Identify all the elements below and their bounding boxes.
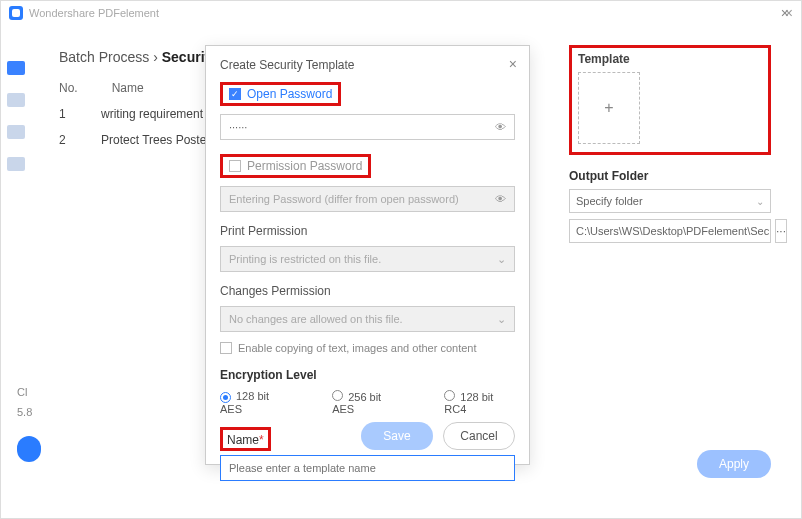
app-logo [9, 6, 23, 20]
breadcrumb-sep: › [153, 49, 158, 65]
app-title: Wondershare PDFelement [29, 7, 159, 19]
name-label: Name* [227, 433, 264, 447]
changes-permission-select: No changes are allowed on this file. ⌄ [220, 306, 515, 332]
changes-permission-label: Changes Permission [220, 284, 515, 298]
permission-password-checkbox[interactable] [229, 160, 241, 172]
print-permission-label: Print Permission [220, 224, 515, 238]
add-template-button[interactable]: + [578, 72, 640, 144]
breadcrumb-root[interactable]: Batch Process [59, 49, 149, 65]
permission-password-input: Entering Password (differ from open pass… [220, 186, 515, 212]
left-rail [1, 35, 31, 171]
radio-icon [332, 390, 343, 401]
template-title: Template [578, 52, 762, 66]
permission-password-highlight: Permission Password [220, 154, 371, 178]
radio-icon [220, 392, 231, 403]
output-folder-value: Specify folder [576, 195, 643, 207]
breadcrumb: Batch Process › Security [59, 49, 217, 65]
save-button[interactable]: Save [361, 422, 433, 450]
rail-item-3[interactable] [7, 125, 25, 139]
radio-icon [444, 390, 455, 401]
output-folder-label: Output Folder [569, 169, 771, 183]
output-folder-select[interactable]: Specify folder ⌄ [569, 189, 771, 213]
chevron-down-icon: ⌄ [756, 196, 764, 207]
eye-icon: 👁 [495, 193, 506, 205]
name-label-highlight: Name* [220, 427, 271, 451]
outer-close-icon[interactable]: × [785, 5, 793, 21]
row-no: 1 [59, 107, 73, 121]
col-name: Name [112, 81, 144, 95]
permission-password-label: Permission Password [247, 159, 362, 173]
enable-copying-label: Enable copying of text, images and other… [238, 342, 477, 354]
print-permission-value: Printing is restricted on this file. [229, 253, 381, 265]
rail-item-4[interactable] [7, 157, 25, 171]
open-password-checkbox[interactable]: ✓ [229, 88, 241, 100]
enable-copying-checkbox [220, 342, 232, 354]
row-no: 2 [59, 133, 73, 147]
primary-pill[interactable] [17, 436, 41, 462]
dialog-close-icon[interactable]: × [509, 56, 517, 72]
output-path-value: C:\Users\WS\Desktop\PDFelement\Sec [576, 225, 769, 237]
enc-option-256aes[interactable]: 256 bit AES [332, 390, 402, 415]
eye-icon[interactable]: 👁 [495, 121, 506, 133]
table-header: No. Name [59, 81, 144, 95]
side-meta-b: 5.8 [17, 406, 32, 418]
output-path-field[interactable]: C:\Users\WS\Desktop\PDFelement\Sec [569, 219, 771, 243]
side-meta-a: Cl [17, 386, 27, 398]
print-permission-select: Printing is restricted on this file. ⌄ [220, 246, 515, 272]
template-name-input[interactable] [220, 455, 515, 481]
enc-option-128aes[interactable]: 128 bit AES [220, 390, 290, 415]
chevron-down-icon: ⌄ [497, 313, 506, 326]
browse-button[interactable]: ··· [775, 219, 787, 243]
apply-button[interactable]: Apply [697, 450, 771, 478]
col-no: No. [59, 81, 78, 95]
cancel-button[interactable]: Cancel [443, 422, 515, 450]
permission-password-placeholder: Entering Password (differ from open pass… [229, 193, 459, 205]
dialog-title: Create Security Template [220, 58, 515, 72]
open-password-highlight: ✓ Open Password [220, 82, 341, 106]
open-password-value: ······ [229, 121, 247, 133]
open-password-label: Open Password [247, 87, 332, 101]
open-password-input[interactable]: ······ 👁 [220, 114, 515, 140]
encryption-level-title: Encryption Level [220, 368, 515, 382]
create-security-template-dialog: Create Security Template × ✓ Open Passwo… [205, 45, 530, 465]
rail-item-2[interactable] [7, 93, 25, 107]
rail-item-1[interactable] [7, 61, 25, 75]
chevron-down-icon: ⌄ [497, 253, 506, 266]
template-section-highlight: Template + [569, 45, 771, 155]
enc-option-128rc4[interactable]: 128 bit RC4 [444, 390, 515, 415]
changes-permission-value: No changes are allowed on this file. [229, 313, 403, 325]
